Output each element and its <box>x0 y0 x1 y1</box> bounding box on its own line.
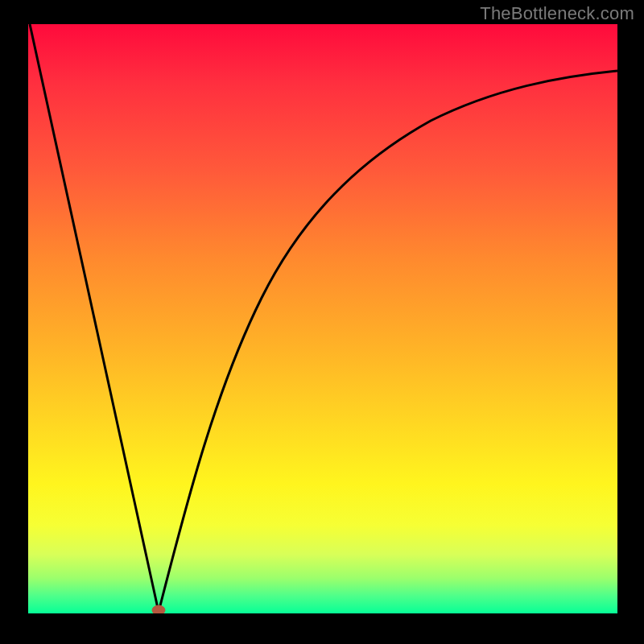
plot-area <box>28 24 617 613</box>
curve-left-leg <box>30 24 159 612</box>
watermark-text: TheBottleneck.com <box>480 3 634 24</box>
optimal-point-marker <box>152 605 165 613</box>
curve-right-arc <box>159 71 617 612</box>
chart-frame: TheBottleneck.com <box>0 0 644 644</box>
bottleneck-curve <box>28 24 617 613</box>
